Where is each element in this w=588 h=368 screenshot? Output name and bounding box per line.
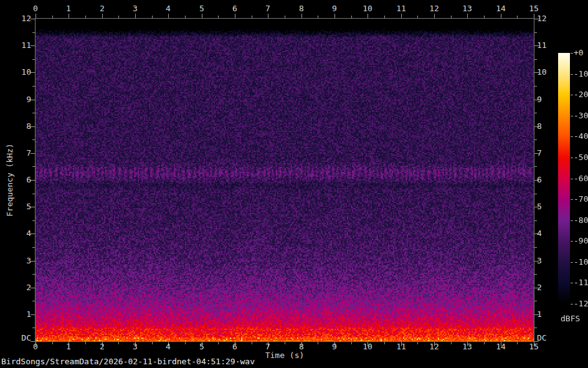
x-tick-label: 15 [524, 4, 543, 13]
x-tick [334, 14, 335, 18]
y-tick-label: 12 [9, 14, 31, 23]
y-tick-label: 9 [537, 95, 559, 104]
y-tick [534, 328, 537, 328]
y-tick [534, 139, 537, 140]
y-tick-label: DC [9, 334, 31, 342]
x-tick-label: 8 [292, 4, 311, 13]
x-tick [85, 342, 86, 344]
x-tick [185, 16, 186, 18]
x-tick-label: 0 [26, 342, 45, 351]
y-tick-label: 10 [9, 68, 31, 77]
x-tick [69, 14, 69, 18]
colorbar-tick [571, 220, 573, 221]
x-tick-label: 14 [491, 342, 510, 351]
y-axis-label: Frequency (kHz) [6, 143, 14, 216]
y-tick [31, 100, 35, 100]
colorbar-tick [571, 95, 573, 95]
y-tick [534, 166, 537, 167]
x-tick-label: 12 [425, 342, 443, 351]
x-tick-label: 10 [358, 342, 377, 351]
x-tick-label: 2 [93, 4, 111, 13]
y-tick [31, 207, 35, 207]
y-tick [32, 301, 35, 301]
x-tick-label: 5 [192, 4, 211, 13]
y-tick [31, 234, 35, 234]
y-tick [31, 19, 35, 19]
x-tick [484, 16, 485, 18]
y-tick-label: 8 [9, 122, 31, 131]
x-tick [252, 342, 252, 344]
x-tick [152, 16, 153, 18]
y-tick [534, 59, 537, 60]
colorbar-tick-label: -100 [574, 258, 588, 267]
colorbar-tick [571, 283, 573, 283]
y-tick [31, 45, 35, 46]
x-tick [235, 14, 235, 18]
x-tick-label: 11 [392, 4, 410, 13]
y-tick [534, 194, 537, 194]
colorbar-tick-label: -120 [574, 300, 588, 308]
x-tick [36, 14, 36, 18]
x-tick-label: 6 [225, 4, 244, 13]
x-tick [467, 14, 468, 18]
y-tick [31, 314, 35, 315]
y-tick [31, 180, 35, 181]
x-tick [517, 16, 518, 18]
colorbar-tick-label: -10 [574, 70, 588, 78]
x-tick-label: 3 [126, 4, 145, 13]
colorbar-tick [571, 74, 573, 75]
x-tick [434, 14, 435, 18]
y-tick-label: 1 [9, 310, 31, 319]
x-tick-label: 13 [458, 342, 477, 351]
x-tick [185, 342, 186, 344]
y-tick [32, 59, 35, 60]
y-tick [31, 261, 35, 262]
x-tick [451, 16, 452, 18]
y-tick [534, 220, 537, 221]
x-tick-label: 4 [159, 4, 178, 13]
colorbar-label: dBFS [561, 314, 580, 323]
colorbar-tick [571, 179, 573, 179]
y-tick [32, 32, 35, 33]
x-tick-label: 11 [392, 342, 410, 351]
y-tick [32, 194, 35, 194]
y-tick-label: 9 [9, 95, 31, 104]
x-tick [285, 342, 285, 344]
x-tick [85, 16, 86, 18]
x-tick [102, 14, 103, 18]
x-axis-label: Time (s) [265, 351, 305, 360]
x-tick-label: 9 [325, 342, 344, 351]
x-tick [285, 16, 285, 18]
colorbar-tick-label: -50 [574, 153, 588, 162]
x-tick-label: 14 [491, 4, 510, 13]
x-tick [202, 14, 202, 18]
x-tick [301, 14, 302, 18]
y-tick [534, 274, 537, 275]
colorbar-tick [571, 116, 573, 116]
x-tick [484, 342, 485, 344]
y-tick-label: 3 [9, 257, 31, 265]
y-tick [31, 153, 35, 154]
x-tick [252, 16, 252, 18]
x-tick-label: 1 [59, 4, 78, 13]
y-tick [32, 86, 35, 87]
x-tick [517, 342, 518, 344]
y-tick-label: 6 [537, 176, 559, 184]
x-tick-label: 15 [524, 342, 543, 351]
y-tick-label: 8 [537, 122, 559, 131]
colorbar-tick-label: -60 [574, 174, 588, 183]
y-tick [32, 113, 35, 113]
x-tick [52, 342, 53, 344]
y-tick [31, 126, 35, 127]
x-tick [168, 14, 169, 18]
x-tick [417, 342, 418, 344]
x-tick [268, 14, 268, 18]
colorbar-tick-label: -40 [574, 132, 588, 141]
colorbar-tick [571, 262, 573, 263]
file-title: BirdSongs/StreamData/2026-02-11-birdnet-… [1, 357, 255, 366]
x-tick [501, 14, 501, 18]
colorbar-tick [571, 53, 573, 54]
x-tick [318, 16, 318, 18]
x-tick-label: 6 [225, 342, 244, 351]
y-tick [32, 166, 35, 167]
